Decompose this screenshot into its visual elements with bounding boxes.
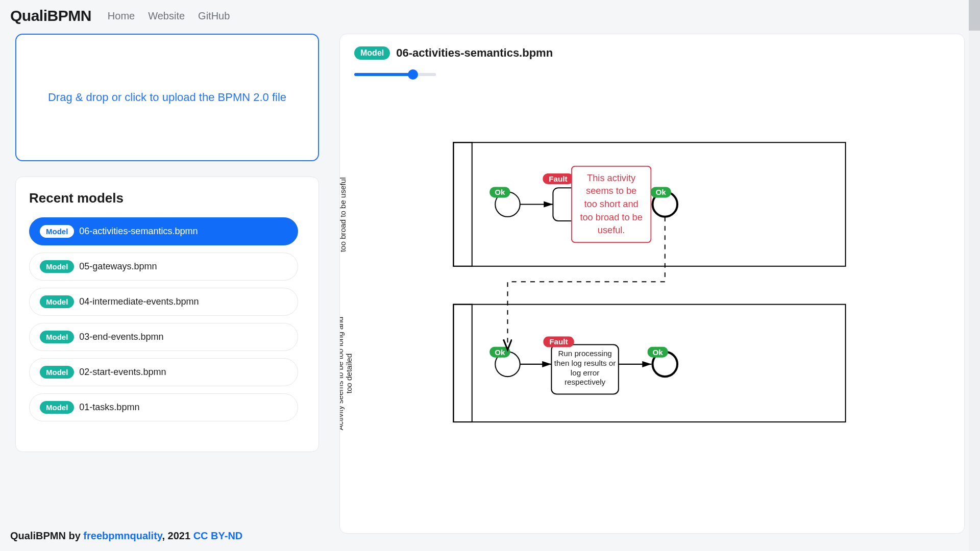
lane-2: Activity seems to be too long and too de… <box>340 305 846 433</box>
footer-mid: , 2021 <box>162 530 193 541</box>
navbar: QualiBPMN Home Website GitHub <box>0 0 980 34</box>
model-badge: Model <box>40 366 74 379</box>
model-badge: Model <box>40 331 74 343</box>
svg-rect-1 <box>453 142 472 266</box>
bpmn-canvas[interactable]: Activity seems to be too short and too b… <box>340 34 964 540</box>
page-scrollbar[interactable] <box>969 0 980 551</box>
model-badge: Model <box>40 225 74 238</box>
recent-title: Recent models <box>29 190 305 206</box>
ok-pill: Ok <box>650 187 671 197</box>
brand: QualiBPMN <box>10 7 91 24</box>
footer-author-link[interactable]: freebpmnquality <box>83 530 162 541</box>
model-badge: Model <box>40 295 74 308</box>
recent-item-1[interactable]: Model 05-gateways.bpmn <box>29 253 298 281</box>
svg-rect-3 <box>453 305 472 422</box>
lane-1: Activity seems to be too short and too b… <box>340 142 846 277</box>
footer: QualiBPMN by freebpmnquality, 2021 CC BY… <box>0 521 980 551</box>
fault-pill: Fault <box>543 173 573 184</box>
recent-item-2[interactable]: Model 04-intermediate-events.bpmn <box>29 288 298 316</box>
lane2-title: Activity seems to be too long and too de… <box>340 315 354 432</box>
recent-item-3[interactable]: Model 03-end-events.bpmn <box>29 323 298 351</box>
dropzone-text: Drag & drop or click to upload the BPMN … <box>48 91 286 104</box>
footer-license-link[interactable]: CC BY-ND <box>193 530 243 541</box>
nav-home[interactable]: Home <box>108 10 135 22</box>
nav-links: Home Website GitHub <box>108 10 230 22</box>
recent-panel: Recent models Model 06-activities-semant… <box>15 177 319 452</box>
model-name: 04-intermediate-events.bpmn <box>79 296 199 307</box>
model-badge: Model <box>40 401 74 414</box>
task-2-label: Run processing then log results or log e… <box>553 349 616 388</box>
scrollbar-thumb[interactable] <box>969 0 980 31</box>
fault-pill: Fault <box>543 336 574 347</box>
model-badge: Model <box>40 260 74 273</box>
model-name: 02-start-events.bpmn <box>79 367 166 378</box>
model-name: 01-tasks.bpmn <box>79 402 139 413</box>
upload-dropzone[interactable]: Drag & drop or click to upload the BPMN … <box>15 34 319 161</box>
model-name: 05-gateways.bpmn <box>79 261 157 272</box>
fault-message: This activity seems to be too short and … <box>571 166 652 243</box>
recent-list[interactable]: Model 06-activities-semantics.bpmn Model… <box>29 217 305 438</box>
footer-prefix: QualiBPMN by <box>10 530 83 541</box>
model-name: 06-activities-semantics.bpmn <box>79 226 198 237</box>
nav-github[interactable]: GitHub <box>198 10 230 22</box>
ok-pill: Ok <box>489 187 510 197</box>
lane1-title: Activity seems to be too short and too b… <box>340 153 348 277</box>
ok-pill: Ok <box>489 347 510 358</box>
model-name: 03-end-events.bpmn <box>79 332 163 342</box>
recent-item-0[interactable]: Model 06-activities-semantics.bpmn <box>29 217 298 245</box>
recent-item-4[interactable]: Model 02-start-events.bpmn <box>29 358 298 386</box>
diagram-panel: Model 06-activities-semantics.bpmn Ac <box>339 34 965 534</box>
recent-item-5[interactable]: Model 01-tasks.bpmn <box>29 393 298 421</box>
ok-pill: Ok <box>647 347 668 358</box>
nav-website[interactable]: Website <box>148 10 185 22</box>
